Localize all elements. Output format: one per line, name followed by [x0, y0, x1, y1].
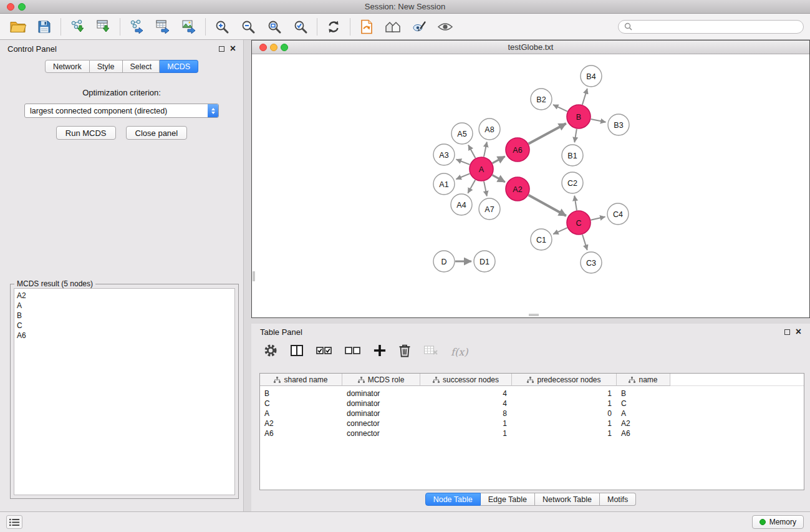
result-item[interactable]: A2 [14, 291, 234, 301]
column-header-MCDS-role[interactable]: MCDS role [342, 374, 420, 386]
node-A8[interactable]: A8 [479, 118, 500, 140]
edge-A-A6[interactable] [493, 157, 505, 163]
node-B1[interactable]: B1 [562, 145, 583, 166]
node-C1[interactable]: C1 [531, 229, 552, 250]
tab-edge-table[interactable]: Edge Table [481, 493, 535, 506]
edge-A-A5[interactable] [468, 145, 475, 158]
node-C[interactable]: C [567, 211, 591, 235]
edge-B-B4[interactable] [582, 89, 587, 105]
export-image-button[interactable] [176, 16, 202, 37]
tab-network[interactable]: Network [45, 60, 90, 73]
run-mcds-button[interactable]: Run MCDS [56, 126, 116, 140]
node-B3[interactable]: B3 [608, 114, 629, 135]
save-session-button[interactable] [31, 16, 57, 37]
network-minimize-button[interactable] [270, 44, 277, 51]
task-history-button[interactable] [6, 515, 22, 529]
table-row[interactable]: A2connector11A2 [260, 418, 804, 428]
edge-A-A8[interactable] [484, 142, 487, 157]
result-item[interactable]: C [14, 321, 234, 331]
edge-C-C4[interactable] [591, 217, 605, 220]
graphics-details-button[interactable] [406, 16, 432, 37]
deselect-all-columns-button[interactable] [345, 346, 361, 358]
tab-select[interactable]: Select [123, 60, 160, 73]
node-D[interactable]: D [433, 251, 455, 272]
memory-button[interactable]: Memory [752, 515, 804, 529]
close-control-panel-button[interactable]: × [230, 45, 236, 52]
criterion-dropdown[interactable]: largest connected component (directed) [24, 104, 219, 118]
node-A[interactable]: A [470, 157, 493, 181]
tab-motifs[interactable]: Motifs [600, 493, 636, 506]
import-table-button[interactable] [90, 16, 117, 37]
zoom-in-button[interactable] [209, 16, 235, 37]
export-network-button[interactable] [123, 16, 150, 37]
result-item[interactable]: B [14, 311, 234, 321]
delete-column-button[interactable] [398, 344, 411, 360]
float-table-panel-button[interactable] [784, 329, 790, 335]
zoom-selected-button[interactable] [287, 16, 314, 37]
node-A2[interactable]: A2 [506, 177, 529, 201]
export-table-button[interactable] [150, 16, 176, 37]
horizontal-scroll-indicator[interactable] [529, 314, 539, 316]
table-row[interactable]: Bdominator41B [260, 389, 804, 399]
edge-C-C3[interactable] [582, 235, 587, 250]
column-header-shared-name[interactable]: shared name [260, 374, 342, 386]
close-table-panel-button[interactable]: × [796, 328, 801, 336]
edge-A-A1[interactable] [456, 173, 470, 179]
zoom-fit-button[interactable] [261, 16, 287, 37]
annotations-button[interactable] [354, 16, 380, 37]
show-columns-button[interactable] [290, 344, 304, 359]
vertical-scroll-indicator[interactable] [253, 271, 255, 281]
column-header-successor-nodes[interactable]: successor nodes [420, 374, 512, 386]
edge-A-A3[interactable] [456, 160, 470, 165]
edge-C-C1[interactable] [553, 228, 567, 234]
result-item[interactable]: A [14, 301, 234, 311]
table-settings-button[interactable] [264, 344, 277, 360]
network-close-button[interactable] [259, 44, 267, 51]
edge-A-A2[interactable] [493, 175, 505, 182]
network-graph[interactable]: B4B2BB3A5A8A6B1A3AC2A1A2A4A7C4CC1C3DD1 [252, 54, 809, 317]
add-column-button[interactable] [374, 344, 386, 359]
node-C2[interactable]: C2 [562, 172, 583, 193]
column-header-name[interactable]: name [617, 374, 670, 386]
edge-B-B3[interactable] [591, 119, 606, 122]
node-B[interactable]: B [567, 105, 591, 128]
delete-table-button[interactable] [423, 345, 438, 359]
result-item[interactable]: A6 [14, 331, 234, 341]
node-B2[interactable]: B2 [531, 89, 552, 110]
zoom-out-button[interactable] [235, 16, 261, 37]
node-C4[interactable]: C4 [607, 203, 629, 225]
select-all-columns-button[interactable] [316, 346, 332, 358]
node-A6[interactable]: A6 [506, 138, 529, 162]
edge-B-B2[interactable] [553, 105, 567, 112]
node-B4[interactable]: B4 [581, 65, 602, 87]
close-panel-action-button[interactable]: Close panel [126, 126, 188, 140]
network-zoom-button[interactable] [281, 44, 288, 51]
edge-C-C2[interactable] [574, 196, 577, 210]
column-header-predecessor-nodes[interactable]: predecessor nodes [512, 374, 617, 386]
open-session-button[interactable] [5, 16, 31, 37]
close-window-button[interactable] [7, 3, 14, 11]
search-box[interactable] [618, 20, 804, 34]
tab-style[interactable]: Style [90, 60, 123, 73]
node-A3[interactable]: A3 [433, 144, 455, 165]
birdseye-view-button[interactable] [380, 16, 406, 37]
table-row[interactable]: A6connector11A6 [260, 428, 804, 438]
edge-A-A4[interactable] [468, 180, 475, 193]
function-builder-button[interactable]: f(x) [451, 346, 468, 358]
edge-B-B1[interactable] [574, 129, 576, 143]
table-row[interactable]: Cdominator41C [260, 399, 804, 409]
node-A4[interactable]: A4 [451, 194, 472, 215]
tab-mcds[interactable]: MCDS [160, 60, 198, 73]
node-A7[interactable]: A7 [479, 198, 500, 220]
refresh-view-button[interactable] [321, 16, 347, 37]
edge-A6-B[interactable] [529, 123, 566, 144]
tab-node-table[interactable]: Node Table [425, 493, 481, 506]
zoom-window-button[interactable] [18, 3, 26, 11]
tab-network-table[interactable]: Network Table [535, 493, 600, 506]
table-row[interactable]: Adominator80A [260, 409, 804, 418]
node-A5[interactable]: A5 [451, 123, 473, 144]
float-control-panel-button[interactable] [219, 46, 224, 52]
network-canvas[interactable]: B4B2BB3A5A8A6B1A3AC2A1A2A4A7C4CC1C3DD1 [252, 54, 809, 317]
search-input[interactable] [635, 22, 798, 31]
edge-A-A7[interactable] [484, 181, 487, 196]
